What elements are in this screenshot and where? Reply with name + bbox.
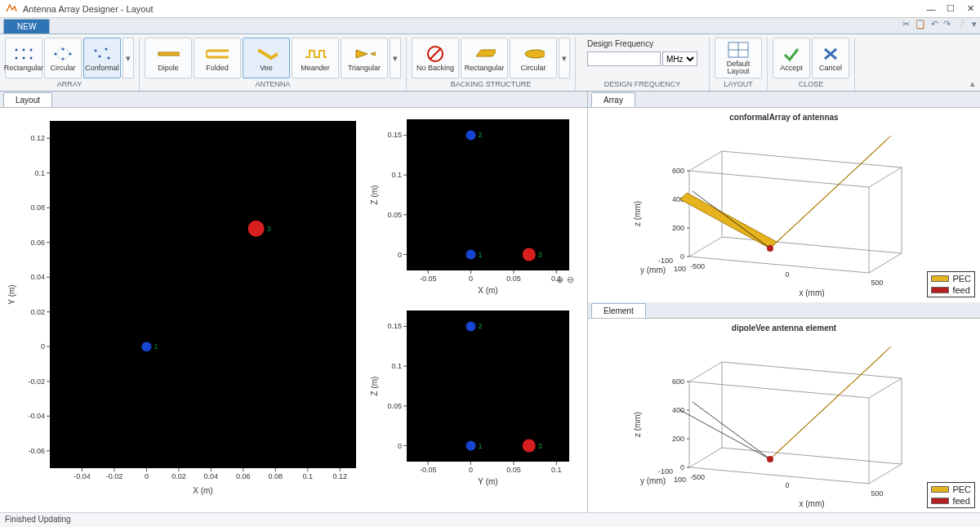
qa-icon[interactable]: ↷ (943, 19, 951, 29)
element-3d-plot[interactable]: x (mm)y (mm)z (mm)0200400600-5000500-100… (591, 333, 967, 508)
svg-text:1: 1 (479, 251, 483, 259)
qa-icon[interactable]: ↶ (931, 19, 938, 29)
maximize-button[interactable]: ☐ (941, 0, 960, 18)
svg-text:3: 3 (538, 251, 542, 259)
default-layout-button[interactable]: Default Layout (715, 38, 762, 78)
qa-icon[interactable]: 📋 (915, 19, 926, 29)
axes-xy-plot[interactable]: -0.04-0.0200.020.040.060.080.10.12-0.06-… (5, 113, 364, 497)
svg-text:1: 1 (479, 442, 483, 450)
svg-text:0: 0 (41, 342, 45, 351)
cancel-button[interactable]: Cancel (812, 38, 849, 78)
array-gallery-dropdown[interactable]: ▾ (122, 38, 134, 78)
svg-text:0: 0 (469, 466, 473, 474)
svg-text:0.05: 0.05 (387, 211, 402, 219)
svg-point-0 (16, 48, 18, 51)
svg-point-179 (767, 245, 773, 252)
svg-text:0.15: 0.15 (387, 322, 402, 330)
tab-array[interactable]: Array (591, 92, 635, 107)
svg-text:-0.04: -0.04 (28, 412, 45, 420)
svg-text:0.02: 0.02 (172, 472, 186, 480)
axes-yz-plot[interactable]: -0.0500.050.100.050.10.15Y (m)Z (m)213 (368, 304, 576, 492)
antenna-dipole-button[interactable]: Dipole (145, 38, 192, 78)
zoom-in-icon[interactable]: ⊕ (556, 275, 564, 285)
svg-line-17 (430, 48, 441, 60)
design-frequency-input[interactable] (587, 51, 661, 66)
axes-xz-plot[interactable]: -0.0500.050.100.050.10.15X (m)Z (m)213 (368, 113, 576, 301)
antenna-folded-button[interactable]: Folded (194, 38, 241, 78)
array-3d-plot[interactable]: x (mm)y (mm)z (mm)0200400600-5000500-100… (591, 122, 967, 297)
svg-line-178 (693, 191, 770, 248)
svg-text:x (mm): x (mm) (799, 288, 824, 297)
svg-point-11 (95, 49, 97, 51)
conformal-array-icon (91, 45, 114, 63)
svg-text:0: 0 (680, 463, 684, 471)
help-icon[interactable]: ❔ (956, 19, 967, 29)
svg-text:0.12: 0.12 (332, 472, 347, 480)
antenna-vee-button[interactable]: Vee (243, 38, 290, 78)
meander-icon (304, 45, 327, 63)
svg-text:-0.05: -0.05 (420, 466, 437, 474)
svg-text:0.08: 0.08 (269, 472, 283, 480)
ribbon-collapse-icon[interactable]: ▴ (965, 38, 980, 91)
svg-text:0.05: 0.05 (506, 275, 521, 283)
svg-text:X (m): X (m) (193, 486, 212, 495)
svg-point-3 (16, 56, 18, 59)
svg-text:0.1: 0.1 (391, 362, 402, 370)
svg-text:0: 0 (145, 472, 149, 480)
tab-layout[interactable]: Layout (3, 92, 52, 107)
ribbon-group-frequency: Design Frequency MHz DESIGN FREQUENCY (576, 38, 710, 91)
svg-rect-128 (407, 310, 569, 462)
svg-text:0.1: 0.1 (34, 169, 45, 177)
minimize-button[interactable]: — (921, 0, 941, 18)
tab-element[interactable]: Element (591, 303, 646, 318)
svg-text:2: 2 (479, 322, 483, 330)
close-button[interactable]: ✕ (960, 0, 980, 18)
backing-none-button[interactable]: No Backing (412, 38, 459, 78)
svg-point-1 (23, 48, 25, 51)
svg-point-2 (30, 48, 33, 51)
svg-text:-500: -500 (690, 473, 705, 481)
svg-text:3: 3 (538, 442, 542, 450)
svg-point-12 (105, 47, 108, 50)
svg-point-19 (525, 50, 545, 58)
svg-point-205 (767, 456, 773, 462)
titlebar: Antenna Array Designer - Layout — ☐ ✕ (0, 0, 980, 18)
ribbon-tab-new[interactable]: NEW (3, 19, 50, 33)
svg-point-7 (69, 52, 72, 55)
svg-text:y (mm): y (mm) (640, 476, 666, 485)
svg-marker-175 (770, 136, 891, 248)
svg-text:0: 0 (785, 481, 789, 489)
collapse-ribbon-icon[interactable]: ▾ (972, 19, 977, 29)
svg-text:X (m): X (m) (478, 286, 497, 295)
svg-point-13 (99, 55, 101, 57)
svg-text:0.05: 0.05 (506, 466, 521, 474)
svg-text:0.1: 0.1 (551, 466, 562, 474)
svg-line-204 (693, 402, 770, 459)
svg-text:500: 500 (871, 489, 883, 498)
backing-gallery-dropdown[interactable]: ▾ (559, 38, 570, 78)
backing-circular-button[interactable]: Circular (510, 38, 557, 78)
array-rectangular-button[interactable]: Rectangular (5, 38, 42, 78)
svg-text:-100: -100 (658, 467, 673, 476)
antenna-gallery-dropdown[interactable]: ▾ (390, 38, 401, 78)
svg-marker-154 (689, 151, 902, 187)
svg-text:0.06: 0.06 (30, 239, 45, 247)
svg-line-203 (680, 410, 770, 459)
svg-point-118 (523, 248, 536, 261)
design-frequency-unit-select[interactable]: MHz (662, 51, 697, 66)
array-circular-button[interactable]: Circular (44, 38, 82, 78)
svg-point-9 (55, 52, 57, 55)
triangular-icon (353, 45, 376, 63)
svg-text:0.05: 0.05 (387, 402, 402, 410)
accept-button[interactable]: Accept (773, 38, 810, 78)
antenna-meander-button[interactable]: Meander (292, 38, 339, 78)
ribbon-group-backing: No Backing Rectangular Circular ▾ BACKIN… (407, 38, 576, 91)
backing-rectangular-button[interactable]: Rectangular (461, 38, 508, 78)
svg-point-5 (30, 56, 33, 59)
svg-text:-500: -500 (690, 262, 705, 270)
zoom-out-icon[interactable]: ⊖ (567, 275, 574, 285)
antenna-triangular-button[interactable]: Triangular (341, 38, 388, 78)
qa-icon[interactable]: ✂ (902, 19, 910, 29)
array-conformal-button[interactable]: Conformal (83, 38, 121, 78)
circ-backing-icon (522, 45, 545, 63)
